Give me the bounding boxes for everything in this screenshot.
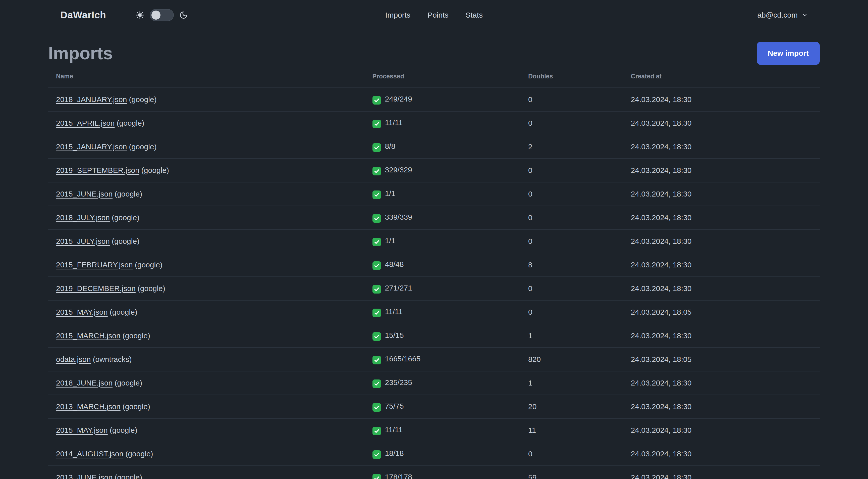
processed-cell: 249/249 xyxy=(365,88,521,111)
processed-count: 329/329 xyxy=(385,166,412,174)
name-cell: 2018_JANUARY.json(google) xyxy=(48,88,365,111)
doubles-cell: 0 xyxy=(520,277,623,300)
table-row: 2015_MAY.json(google)11/111124.03.2024, … xyxy=(48,418,820,442)
processed-cell: 329/329 xyxy=(365,158,521,182)
success-check-icon xyxy=(372,143,381,152)
table-row: 2018_JUNE.json(google)235/235124.03.2024… xyxy=(48,371,820,395)
processed-cell: 1665/1665 xyxy=(365,348,521,371)
nav-link-imports[interactable]: Imports xyxy=(385,11,410,19)
created-at-cell: 24.03.2024, 18:30 xyxy=(623,277,820,300)
import-file-link[interactable]: odata.json xyxy=(56,355,91,363)
name-cell: 2014_AUGUST.json(google) xyxy=(48,442,365,466)
processed-cell: 235/235 xyxy=(365,371,521,395)
main-content: Imports New import Name Processed Double… xyxy=(48,41,820,479)
moon-icon xyxy=(179,11,188,19)
import-file-link[interactable]: 2019_SEPTEMBER.json xyxy=(56,166,140,174)
doubles-cell: 0 xyxy=(520,88,623,111)
name-cell: 2015_JANUARY.json(google) xyxy=(48,135,365,158)
processed-cell: 8/8 xyxy=(365,135,521,158)
import-source: (google) xyxy=(115,473,142,479)
created-at-cell: 24.03.2024, 18:05 xyxy=(623,300,820,324)
imports-table-head: Name Processed Doubles Created at xyxy=(48,70,820,88)
table-row: 2013_MARCH.json(google)75/752024.03.2024… xyxy=(48,395,820,418)
name-cell: 2013_JUNE.json(google) xyxy=(48,466,365,479)
imports-table-body: 2018_JANUARY.json(google)249/249024.03.2… xyxy=(48,88,820,479)
table-row: 2015_MAY.json(google)11/11024.03.2024, 1… xyxy=(48,300,820,324)
processed-cell: 48/48 xyxy=(365,253,521,277)
brand-logo[interactable]: DaWarIch xyxy=(60,9,106,21)
import-file-link[interactable]: 2013_JUNE.json xyxy=(56,473,113,479)
import-file-link[interactable]: 2013_MARCH.json xyxy=(56,402,121,411)
chevron-down-icon xyxy=(802,12,808,18)
table-row: 2018_JANUARY.json(google)249/249024.03.2… xyxy=(48,88,820,111)
processed-count: 1665/1665 xyxy=(385,355,421,363)
success-check-icon xyxy=(372,238,381,246)
created-at-cell: 24.03.2024, 18:30 xyxy=(623,371,820,395)
created-at-cell: 24.03.2024, 18:30 xyxy=(623,253,820,277)
nav-link-stats[interactable]: Stats xyxy=(466,11,483,19)
account-menu[interactable]: ab@cd.com xyxy=(757,11,808,19)
import-file-link[interactable]: 2015_MARCH.json xyxy=(56,331,121,340)
doubles-cell: 0 xyxy=(520,230,623,253)
column-header-doubles: Doubles xyxy=(520,70,623,88)
import-file-link[interactable]: 2015_JULY.json xyxy=(56,237,110,245)
import-source: (google) xyxy=(117,119,145,127)
processed-count: 48/48 xyxy=(385,260,404,268)
success-check-icon xyxy=(372,190,381,199)
account-email: ab@cd.com xyxy=(757,11,798,19)
doubles-cell: 8 xyxy=(520,253,623,277)
import-file-link[interactable]: 2015_JANUARY.json xyxy=(56,143,127,151)
import-source: (google) xyxy=(115,190,142,198)
import-file-link[interactable]: 2015_JUNE.json xyxy=(56,190,113,198)
import-file-link[interactable]: 2018_JANUARY.json xyxy=(56,95,127,103)
name-cell: 2019_DECEMBER.json(google) xyxy=(48,277,365,300)
import-source: (google) xyxy=(137,284,165,293)
success-check-icon xyxy=(372,285,381,294)
table-row: 2014_AUGUST.json(google)18/18024.03.2024… xyxy=(48,442,820,466)
import-source: (google) xyxy=(115,379,142,387)
processed-cell: 11/11 xyxy=(365,300,521,324)
import-source: (google) xyxy=(123,402,150,411)
new-import-button[interactable]: New import xyxy=(757,42,820,65)
table-row: 2019_SEPTEMBER.json(google)329/329024.03… xyxy=(48,158,820,182)
processed-count: 271/271 xyxy=(385,284,412,292)
import-file-link[interactable]: 2015_MAY.json xyxy=(56,308,108,316)
nav-link-points[interactable]: Points xyxy=(428,11,448,19)
import-file-link[interactable]: 2018_JULY.json xyxy=(56,213,110,222)
name-cell: 2015_MAY.json(google) xyxy=(48,300,365,324)
import-file-link[interactable]: 2015_MAY.json xyxy=(56,426,108,434)
import-file-link[interactable]: 2019_DECEMBER.json xyxy=(56,284,135,293)
doubles-cell: 0 xyxy=(520,442,623,466)
theme-toggle-group xyxy=(135,9,188,21)
table-row: odata.json(owntracks)1665/166582024.03.2… xyxy=(48,348,820,371)
import-file-link[interactable]: 2015_APRIL.json xyxy=(56,119,115,127)
theme-switch[interactable] xyxy=(150,9,174,21)
success-check-icon xyxy=(372,474,381,479)
table-row: 2019_DECEMBER.json(google)271/271024.03.… xyxy=(48,277,820,300)
import-file-link[interactable]: 2018_JUNE.json xyxy=(56,379,113,387)
doubles-cell: 0 xyxy=(520,158,623,182)
created-at-cell: 24.03.2024, 18:30 xyxy=(623,111,820,135)
processed-count: 1/1 xyxy=(385,189,396,198)
doubles-cell: 0 xyxy=(520,182,623,206)
import-source: (owntracks) xyxy=(93,355,132,363)
table-row: 2015_FEBRUARY.json(google)48/48824.03.20… xyxy=(48,253,820,277)
success-check-icon xyxy=(372,96,381,104)
created-at-cell: 24.03.2024, 18:30 xyxy=(623,418,820,442)
processed-count: 11/11 xyxy=(385,118,403,127)
name-cell: 2015_JULY.json(google) xyxy=(48,230,365,253)
import-file-link[interactable]: 2014_AUGUST.json xyxy=(56,450,123,458)
import-file-link[interactable]: 2015_FEBRUARY.json xyxy=(56,261,133,269)
name-cell: 2013_MARCH.json(google) xyxy=(48,395,365,418)
doubles-cell: 20 xyxy=(520,395,623,418)
name-cell: 2015_MARCH.json(google) xyxy=(48,324,365,348)
processed-count: 15/15 xyxy=(385,331,404,339)
table-row: 2015_MARCH.json(google)15/15124.03.2024,… xyxy=(48,324,820,348)
table-row: 2018_JULY.json(google)339/339024.03.2024… xyxy=(48,206,820,230)
import-source: (google) xyxy=(112,213,140,222)
processed-cell: 271/271 xyxy=(365,277,521,300)
processed-count: 18/18 xyxy=(385,449,404,457)
created-at-cell: 24.03.2024, 18:30 xyxy=(623,182,820,206)
import-source: (google) xyxy=(110,426,137,434)
processed-count: 235/235 xyxy=(385,378,412,387)
